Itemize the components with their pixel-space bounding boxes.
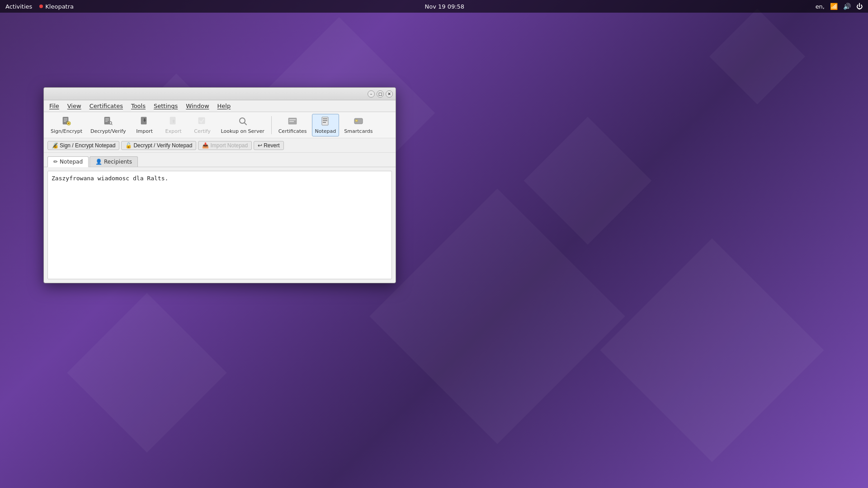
toolbar-import-label: Import (136, 128, 153, 134)
maximize-button[interactable]: □ (377, 90, 384, 98)
menu-file[interactable]: File (46, 102, 63, 110)
toolbar-smartcards[interactable]: Smartcards (341, 114, 376, 136)
svg-rect-25 (323, 118, 327, 119)
certify-icon (198, 116, 208, 127)
svg-rect-2 (64, 120, 67, 121)
toolbar-notepad[interactable]: Notepad (312, 114, 340, 136)
certificates-icon (288, 116, 297, 127)
toolbar-export-label: Export (165, 128, 182, 134)
tab-bar: ✏️ Notepad 👤 Recipients (44, 153, 396, 167)
titlebar: – □ ✕ (44, 88, 396, 100)
import-icon (140, 116, 150, 127)
kleopatra-window: – □ ✕ File View Certificates Tools Setti… (43, 87, 396, 283)
menu-help[interactable]: Help (214, 102, 235, 110)
recipients-tab-icon: 👤 (95, 159, 102, 165)
power-icon[interactable]: ⏻ (856, 3, 863, 10)
toolbar-certify: Certify (189, 114, 216, 136)
toolbar-lookup-server[interactable]: Lookup on Server (218, 114, 268, 136)
decrypt-verify-notepad-icon: 🔓 (125, 142, 132, 149)
topbar-right: en, 📶 🔊 ⏻ (816, 3, 863, 10)
menu-window[interactable]: Window (182, 102, 212, 110)
sign-encrypt-notepad-icon: 🔏 (52, 142, 58, 149)
svg-rect-17 (173, 121, 174, 123)
svg-point-5 (68, 122, 70, 124)
menu-tools[interactable]: Tools (127, 102, 149, 110)
minimize-icon: – (370, 92, 373, 96)
revert-icon: ↩ (258, 142, 262, 149)
toolbar-sign-encrypt-label: Sign/Encrypt (51, 128, 82, 134)
export-icon (169, 116, 179, 127)
topbar-locale: en, (816, 3, 825, 10)
activities-button[interactable]: Activities (5, 3, 32, 10)
toolbar-smartcards-label: Smartcards (344, 128, 373, 134)
svg-rect-26 (323, 120, 327, 121)
toolbar-certificates[interactable]: Certificates (275, 114, 310, 136)
topbar-app-name: Kleopatra (45, 3, 74, 10)
topbar-left: Activities Kleopatra (5, 3, 74, 10)
notepad-textarea[interactable]: Zaszyfrowana wiadomosc dla Ralts. (47, 171, 392, 279)
svg-rect-9 (105, 121, 108, 122)
close-button[interactable]: ✕ (386, 90, 393, 98)
import-notepad-icon: 📥 (202, 142, 209, 149)
toolbar-certificates-label: Certificates (278, 128, 307, 134)
svg-rect-22 (289, 119, 296, 120)
menu-settings[interactable]: Settings (150, 102, 181, 110)
sign-encrypt-icon (61, 116, 71, 127)
revert-button[interactable]: ↩ Revert (254, 141, 283, 150)
svg-rect-29 (355, 120, 358, 122)
menu-certificates[interactable]: Certificates (86, 102, 127, 110)
sign-encrypt-notepad-label: Sign / Encrypt Notepad (60, 142, 115, 149)
menubar: File View Certificates Tools Settings Wi… (44, 100, 396, 112)
maximize-icon: □ (378, 92, 382, 96)
tab-recipients[interactable]: 👤 Recipients (90, 156, 138, 167)
decrypt-verify-icon (103, 116, 113, 127)
smartcards-icon (354, 116, 363, 127)
network-icon[interactable]: 📶 (830, 3, 838, 10)
action-bar: 🔏 Sign / Encrypt Notepad 🔓 Decrypt / Ver… (44, 138, 396, 153)
menu-view[interactable]: View (64, 102, 85, 110)
toolbar-decrypt-verify[interactable]: Decrypt/Verify (87, 114, 129, 136)
svg-rect-14 (144, 118, 145, 120)
svg-line-20 (245, 123, 246, 125)
toolbar-import[interactable]: Import (131, 114, 158, 136)
topbar-app: Kleopatra (39, 3, 74, 10)
revert-label: Revert (264, 142, 279, 149)
volume-icon[interactable]: 🔊 (843, 3, 851, 10)
lookup-server-icon (238, 116, 248, 127)
svg-rect-8 (105, 120, 109, 121)
topbar: Activities Kleopatra Nov 19 09:58 en, 📶 … (0, 0, 868, 13)
app-indicator-dot (39, 5, 43, 8)
topbar-datetime: Nov 19 09:58 (425, 3, 465, 10)
svg-rect-23 (289, 121, 294, 122)
import-notepad-label: Import Notepad (210, 142, 248, 149)
toolbar-sign-encrypt[interactable]: Sign/Encrypt (47, 114, 85, 136)
notepad-icon (321, 116, 330, 127)
svg-rect-27 (323, 122, 326, 123)
toolbar-export: Export (160, 114, 187, 136)
toolbar-lookup-server-label: Lookup on Server (221, 128, 264, 134)
toolbar-decrypt-verify-label: Decrypt/Verify (90, 128, 126, 134)
svg-rect-1 (64, 118, 67, 119)
toolbar: Sign/Encrypt Decrypt/Verify (44, 112, 396, 138)
recipients-tab-label: Recipients (104, 159, 132, 165)
import-notepad-button: 📥 Import Notepad (198, 141, 252, 150)
notepad-text: Zaszyfrowana wiadomosc dla Ralts. (52, 175, 168, 182)
svg-rect-3 (64, 121, 66, 122)
toolbar-notepad-label: Notepad (315, 128, 336, 134)
toolbar-separator-1 (271, 116, 272, 134)
decrypt-verify-notepad-button[interactable]: 🔓 Decrypt / Verify Notepad (121, 141, 196, 150)
notepad-tab-label: Notepad (60, 159, 83, 165)
minimize-button[interactable]: – (368, 90, 375, 98)
svg-rect-7 (105, 118, 109, 119)
topbar-center: Nov 19 09:58 (74, 3, 816, 10)
tab-notepad[interactable]: ✏️ Notepad (47, 156, 89, 167)
toolbar-certify-label: Certify (194, 128, 211, 134)
decrypt-verify-notepad-label: Decrypt / Verify Notepad (133, 142, 192, 149)
svg-line-11 (111, 124, 112, 125)
notepad-tab-icon: ✏️ (53, 159, 58, 165)
svg-point-19 (240, 118, 245, 123)
sign-encrypt-notepad-button[interactable]: 🔏 Sign / Encrypt Notepad (47, 141, 119, 150)
close-icon: ✕ (387, 92, 391, 96)
